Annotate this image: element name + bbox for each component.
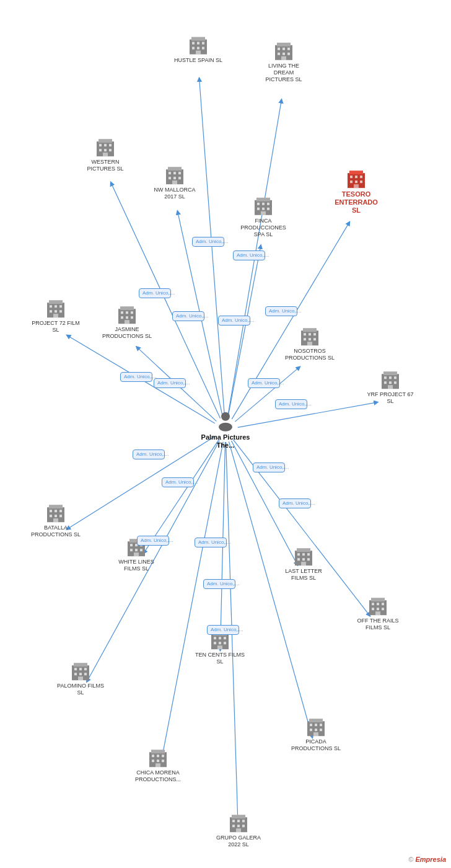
svg-rect-126 [130, 549, 133, 551]
finca-node[interactable]: FINCA PRODUCCIONES SPA SL [239, 197, 288, 237]
adm-badge-12[interactable]: Adm. Unico,.... [162, 477, 194, 487]
svg-rect-89 [131, 311, 133, 314]
adm-badge-1-label: Adm. Unico,.... [196, 239, 228, 244]
western-pictures-label: WESTERN PICTURES SL [81, 159, 130, 172]
nw-mallorca-node[interactable]: NW MALLORCA 2017 SL [150, 166, 199, 200]
adm-badge-18[interactable]: Adm. Unico,.... [207, 625, 239, 635]
adm-badge-17[interactable]: Adm. Unico,.... [203, 579, 235, 589]
svg-rect-102 [307, 342, 312, 345]
building-icon [95, 138, 115, 157]
adm-badge-4[interactable]: Adm. Unico,.... [172, 311, 204, 321]
off-rails-node[interactable]: OFF THE RAILS FILMS SL [353, 596, 403, 631]
svg-rect-78 [50, 305, 52, 308]
svg-rect-74 [360, 180, 362, 183]
project72-label: PROJECT 72 FILM SL [31, 320, 81, 334]
adm-badge-15[interactable]: Adm. Unico,.... [253, 463, 285, 472]
svg-rect-73 [355, 180, 357, 183]
adm-badge-16[interactable]: Adm. Unico,.... [279, 498, 311, 508]
living-dream-node[interactable]: LIVING THE DREAM PICTURES SL [259, 42, 309, 82]
svg-rect-97 [309, 333, 311, 335]
building-icon [46, 503, 66, 523]
tesoro-node[interactable]: TESORO ENTERRADO SL [331, 169, 381, 215]
jasmine-label: JASMINE PRODUCTIONS SL [102, 326, 152, 340]
svg-rect-159 [214, 637, 216, 639]
watermark: © Empresia [408, 856, 446, 863]
network-canvas: Palma Pictures The... HUSTLE SPAIN SL [0, 0, 451, 868]
batalla-node[interactable]: BATALLA PRODUCTIONS SL [31, 503, 81, 538]
adm-badge-7[interactable]: Adm. Unico,.... [248, 378, 280, 388]
svg-rect-66 [261, 211, 266, 215]
adm-badge-8[interactable]: Adm. Unico,.... [275, 399, 307, 409]
last-letter-node[interactable]: LAST LETTER FILMS SL [279, 547, 328, 582]
svg-rect-138 [301, 562, 306, 565]
center-node[interactable]: Palma Pictures The... [201, 410, 250, 450]
svg-rect-119 [59, 515, 62, 517]
western-pictures-node[interactable]: WESTERN PICTURES SL [81, 138, 130, 172]
svg-rect-88 [126, 311, 128, 314]
svg-rect-178 [157, 755, 159, 757]
adm-badge-2[interactable]: Adm. Unico,.... [233, 250, 265, 260]
adm-badge-3[interactable]: Adm. Unico,.... [139, 288, 171, 298]
adm-badge-10[interactable]: Adm. Unico,.... [154, 378, 186, 388]
adm-badge-18-label: Adm. Unico,.... [211, 627, 243, 632]
jasmine-node[interactable]: JASMINE PRODUCTIONS SL [102, 305, 152, 340]
ten-cents-node[interactable]: TEN CENTS FILMS SL [195, 631, 245, 665]
building-icon [306, 717, 326, 737]
svg-rect-28 [197, 47, 199, 50]
picada-node[interactable]: PICADA PRODUCTIONS SL [291, 717, 341, 752]
hustle-spain-node[interactable]: HUSTLE SPAIN SL [173, 36, 223, 64]
svg-rect-114 [50, 510, 52, 512]
svg-point-21 [219, 423, 232, 432]
svg-rect-107 [394, 376, 396, 379]
svg-line-17 [229, 441, 312, 738]
svg-rect-162 [214, 642, 216, 644]
adm-badge-11[interactable]: Adm. Unico,.... [133, 450, 165, 459]
svg-rect-69 [350, 175, 352, 178]
svg-rect-123 [130, 544, 133, 546]
svg-rect-132 [297, 553, 300, 556]
adm-badge-13[interactable]: Adm. Unico,.... [137, 536, 169, 546]
svg-rect-134 [307, 553, 310, 556]
chica-morena-node[interactable]: CHICA MORENA PRODUCTIONS... [133, 748, 183, 783]
adm-badge-6-label: Adm. Unico,.... [269, 308, 301, 314]
svg-rect-38 [287, 53, 290, 55]
svg-rect-183 [155, 763, 160, 767]
svg-rect-93 [125, 320, 129, 324]
adm-badge-6[interactable]: Adm. Unico,.... [265, 306, 297, 316]
adm-badge-9[interactable]: Adm. Unico,.... [120, 372, 152, 382]
adm-badge-15-label: Adm. Unico,.... [256, 464, 289, 470]
yrf-project-node[interactable]: YRF PROJECT 67 SL [366, 370, 415, 405]
adm-badge-14[interactable]: Adm. Unico,.... [195, 538, 227, 547]
svg-rect-48 [103, 153, 108, 156]
svg-rect-56 [178, 177, 181, 179]
svg-rect-50 [168, 167, 182, 170]
svg-rect-30 [196, 51, 201, 55]
off-rails-label: OFF THE RAILS FILMS SL [353, 618, 403, 631]
svg-rect-63 [257, 208, 260, 210]
svg-rect-104 [383, 371, 397, 375]
svg-rect-98 [313, 333, 316, 335]
svg-rect-27 [192, 47, 195, 50]
svg-rect-52 [173, 172, 176, 174]
project72-node[interactable]: PROJECT 72 FILM SL [31, 299, 81, 334]
svg-rect-170 [320, 724, 322, 726]
svg-rect-96 [304, 333, 306, 335]
grupo-galera-node[interactable]: GRUPO GALERA 2022 SL [214, 813, 263, 848]
svg-rect-153 [74, 673, 77, 675]
adm-badge-5[interactable]: Adm. Unico,.... [218, 316, 250, 326]
svg-rect-35 [287, 48, 290, 50]
svg-rect-174 [313, 732, 318, 736]
building-icon [229, 813, 248, 833]
adm-badge-1[interactable]: Adm. Unico,.... [192, 237, 224, 247]
adm-badge-5-label: Adm. Unico,.... [222, 317, 254, 323]
svg-rect-145 [377, 608, 379, 610]
hustle-spain-label: HUSTLE SPAIN SL [174, 57, 222, 64]
svg-rect-45 [99, 149, 102, 151]
svg-rect-177 [152, 755, 154, 757]
svg-rect-156 [78, 676, 83, 680]
nosotros-node[interactable]: NOSOTROS PRODUCTIONS SL [285, 327, 335, 361]
svg-rect-37 [282, 53, 285, 55]
palomino-node[interactable]: PALOMINO FILMS SL [56, 662, 105, 696]
adm-badge-4-label: Adm. Unico,.... [176, 313, 208, 319]
svg-rect-84 [53, 314, 58, 317]
